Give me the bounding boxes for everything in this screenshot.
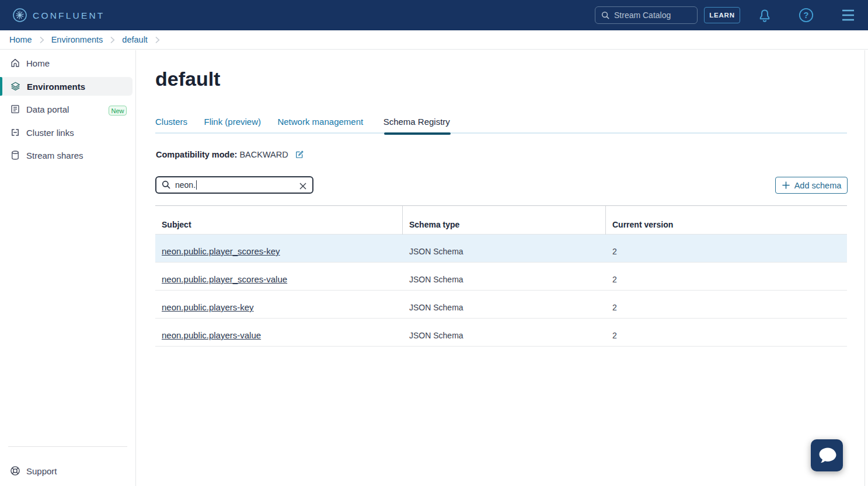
svg-text:?: ? (804, 11, 809, 20)
